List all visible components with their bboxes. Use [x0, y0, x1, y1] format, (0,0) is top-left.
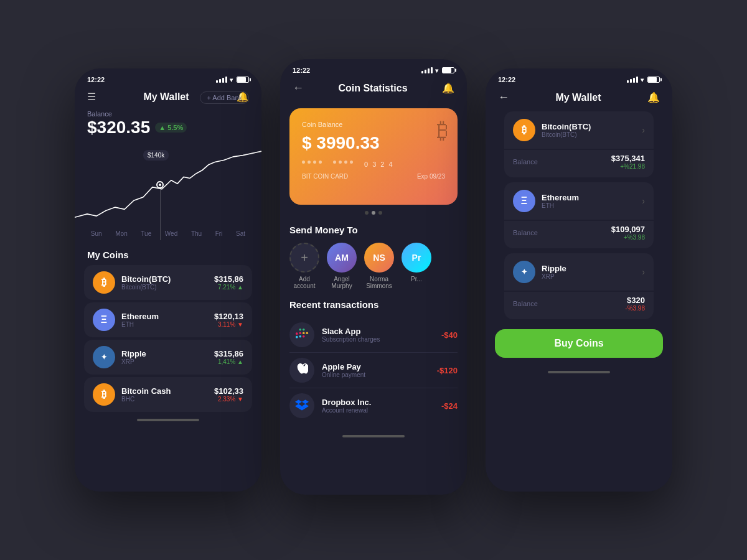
- card-btc-icon: ₿: [437, 118, 448, 144]
- apple-name: Apple Pay: [322, 362, 430, 371]
- pagination: [280, 211, 467, 215]
- balance-change: ▲ 5.5%: [155, 123, 187, 133]
- chart-container: $140k Sun Mon Tue Wed Thu Fri Sat: [75, 144, 261, 243]
- eth-sub: ETH: [121, 321, 208, 328]
- xrp-name: Ripple: [121, 349, 208, 358]
- add-contact-icon[interactable]: +: [289, 243, 319, 273]
- wallet-xrp-icon: ✦: [513, 261, 535, 283]
- coin-item-xrp[interactable]: ✦ Ripple XRP $315,86 1,41% ▲: [84, 340, 252, 375]
- chevron-btc: ›: [642, 125, 645, 135]
- card-label: Coin Balance: [302, 121, 445, 128]
- buy-coins-button[interactable]: Buy Coins: [495, 329, 663, 358]
- menu-icon[interactable]: ☰: [87, 91, 96, 103]
- wallet-eth-balance: Balance $109,097 +%3.98: [504, 221, 654, 248]
- bhc-value: $102,33 2.33% ▼: [214, 386, 243, 403]
- svg-rect-8: [306, 332, 308, 334]
- svg-rect-2: [299, 329, 301, 331]
- eth-name: Ethereum: [121, 312, 208, 321]
- chart-line: [160, 184, 161, 240]
- time-2: 12:22: [293, 67, 310, 74]
- xrp-info: Ripple XRP: [121, 349, 208, 365]
- bell-icon-3[interactable]: 🔔: [647, 91, 660, 103]
- coin-item-eth[interactable]: Ξ Ethereum ETH $120,13 3.11% ▼: [84, 302, 252, 337]
- xrp-balance-pct: -%3.98: [625, 305, 645, 312]
- chart-label: $140k: [143, 150, 169, 161]
- contact-add[interactable]: + Addaccount: [289, 243, 319, 289]
- slack-amount: -$40: [441, 330, 458, 340]
- btc-icon: ₿: [93, 271, 115, 294]
- contact-pr[interactable]: Pr Pr...: [402, 243, 431, 289]
- contact-norma[interactable]: NS NormaSimmons: [364, 243, 394, 289]
- trans-apple[interactable]: Apple Pay Online payment -$120: [289, 353, 458, 388]
- eth-balance-val: $109,097 +%3.98: [611, 225, 645, 241]
- chevron-eth: ›: [642, 196, 645, 206]
- back-icon-3[interactable]: ←: [498, 91, 509, 104]
- coin-item-bhc[interactable]: ₿ Bitcoin Cash BHC $102,33 2.33% ▼: [84, 377, 252, 412]
- wallet-btc-sub: Bitcoin(BTC): [542, 131, 636, 138]
- my-coins-title: My Coins: [75, 243, 261, 265]
- svg-marker-10: [302, 399, 309, 404]
- chart-svg: [75, 150, 261, 231]
- day-wed: Wed: [165, 230, 177, 237]
- eth-balance-pct: +%3.98: [611, 234, 645, 241]
- phone-1: 12:22 ▾ ☰ My Wallet 🔔 Balance $320.35: [75, 68, 261, 492]
- dropbox-desc: Account renewal: [322, 407, 434, 414]
- header-title-3: My Wallet: [555, 92, 601, 103]
- signal-icon-2: [421, 67, 433, 73]
- trans-slack[interactable]: Slack App Subscription charges -$40: [289, 317, 458, 353]
- wallet-xrp-row[interactable]: ✦ Ripple XRP ›: [504, 253, 654, 291]
- eth-icon: Ξ: [93, 309, 115, 331]
- eth-price: $120,13: [214, 312, 243, 321]
- header-2: ← Coin Statistics 🔔: [280, 78, 467, 102]
- home-indicator-1: [75, 412, 261, 427]
- header-3: ← My Wallet 🔔: [486, 87, 672, 111]
- bhc-name: Bitcoin Cash: [121, 386, 208, 396]
- wallet-btc-icon: ₿: [513, 119, 535, 141]
- chevron-xrp: ›: [642, 267, 645, 277]
- add-bank-button[interactable]: + Add Bank: [200, 91, 249, 104]
- coin-item-btc[interactable]: ₿ Bitcoin(BTC) Bitcoin(BTC) $315,86 7.21…: [84, 265, 252, 300]
- slack-info: Slack App Subscription charges: [322, 327, 434, 343]
- page-dot-2[interactable]: [372, 211, 375, 215]
- dropbox-info: Dropbox Inc. Account renewal: [322, 398, 434, 414]
- home-indicator-2: [280, 428, 467, 444]
- wallet-btc-balance: Balance $375,341 +%21.98: [504, 150, 654, 177]
- send-section: Send Money To + Addaccount AM AngelMurph…: [280, 220, 467, 294]
- svg-rect-0: [296, 332, 298, 335]
- trans-dropbox[interactable]: Dropbox Inc. Account renewal -$24: [289, 388, 458, 423]
- xrp-change: 1,41% ▲: [214, 358, 243, 365]
- wallet-eth-row[interactable]: Ξ Ethereum ETH ›: [504, 182, 654, 220]
- btc-price: $315,86: [214, 274, 243, 284]
- bhc-icon: ₿: [93, 383, 115, 406]
- card-amount: $ 3990.33: [302, 133, 445, 153]
- home-indicator-3: [486, 364, 672, 380]
- time-1: 12:22: [87, 76, 105, 83]
- contact-angel[interactable]: AM AngelMurphy: [327, 243, 357, 289]
- card-partial-number: 0 3 2 4: [364, 161, 394, 168]
- day-thu: Thu: [191, 230, 202, 237]
- svg-marker-9: [295, 399, 302, 404]
- phone-3: 12:22 ▾ ← My Wallet 🔔 ₿ Bitcoin(BTC) Bi: [486, 68, 672, 492]
- dropbox-name: Dropbox Inc.: [322, 398, 434, 407]
- card-dots-1: [302, 161, 322, 168]
- xrp-price: $315,86: [214, 349, 243, 358]
- wallet-btc-row[interactable]: ₿ Bitcoin(BTC) Bitcoin(BTC) ›: [504, 111, 654, 149]
- slack-name: Slack App: [322, 327, 434, 336]
- wifi-icon-3: ▾: [641, 77, 644, 83]
- eth-balance-label: Balance: [513, 229, 538, 236]
- svg-rect-3: [299, 332, 301, 334]
- bhc-sub: BHC: [121, 396, 208, 403]
- wallet-btc-info: Bitcoin(BTC) Bitcoin(BTC): [542, 122, 636, 138]
- btc-sub: Bitcoin(BTC): [121, 284, 208, 291]
- xrp-balance-num: $320: [625, 296, 645, 305]
- wallet-btc-name: Bitcoin(BTC): [542, 122, 636, 131]
- day-sat: Sat: [236, 230, 245, 237]
- back-icon-2[interactable]: ←: [293, 82, 304, 95]
- bell-icon-2[interactable]: 🔔: [442, 82, 454, 94]
- balance-amount: $320.35 ▲ 5.5%: [87, 118, 187, 138]
- page-dot-1[interactable]: [365, 211, 369, 215]
- page-dot-3[interactable]: [378, 211, 382, 215]
- svg-rect-5: [303, 329, 305, 331]
- btc-change: 7.21% ▲: [214, 284, 243, 291]
- send-contacts: + Addaccount AM AngelMurphy NS NormaSimm…: [289, 243, 458, 289]
